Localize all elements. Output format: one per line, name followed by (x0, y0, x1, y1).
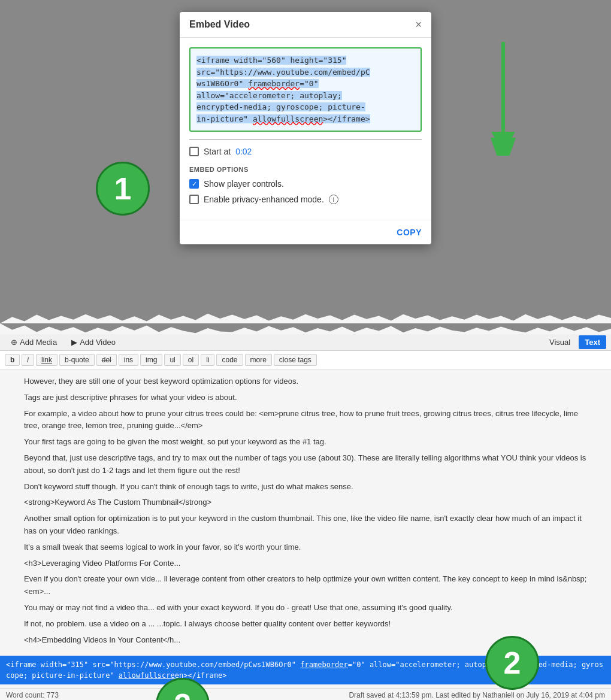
torn-edge-top (0, 313, 611, 323)
copy-button[interactable]: COPY (397, 228, 422, 237)
show-player-controls-checkbox[interactable] (189, 179, 199, 189)
content-line-3: For example, a video about how to prune … (24, 408, 587, 433)
content-line-7: <strong>Keyword As The Custom Thumbnail<… (24, 496, 587, 509)
option2-label: Enable privacy-enhanced mode. (204, 195, 324, 204)
info-icon[interactable]: i (329, 195, 338, 204)
content-line-8: Another small option for optimization is… (24, 513, 587, 538)
close-button[interactable]: × (415, 19, 422, 30)
add-media-icon: ⊕ (11, 338, 17, 347)
step-circle-2: 2 (485, 636, 539, 690)
draft-status: Draft saved at 4:13:59 pm. Last edited b… (349, 691, 605, 699)
word-count: Word count: 773 (6, 691, 59, 699)
tab-text[interactable]: Text (579, 335, 606, 349)
start-at-label: Start at (204, 147, 231, 156)
toolbar-close-tags[interactable]: close tags (274, 354, 317, 366)
status-bar: Word count: 773 Draft saved at 4:13:59 p… (0, 688, 611, 700)
toolbar-del[interactable]: del (96, 354, 117, 366)
content-line-11: Even if you don't create your own vide..… (24, 573, 587, 598)
toolbar-blockquote[interactable]: b-quote (59, 354, 95, 366)
toolbar-ul[interactable]: ul (164, 354, 180, 366)
toolbar-li[interactable]: li (201, 354, 214, 366)
privacy-enhanced-checkbox[interactable] (189, 195, 199, 204)
content-line-2: Tags are just descriptive phrases for wh… (24, 392, 587, 404)
toolbar-italic[interactable]: i (22, 354, 34, 366)
content-line-13: If not, no problem. use a video on a ...… (24, 618, 587, 631)
embed-options-label: EMBED OPTIONS (189, 166, 422, 173)
content-line-1: However, they are still one of your best… (24, 375, 587, 388)
embed-video-dialog: Embed Video × <iframe width="560" height… (180, 12, 431, 244)
toolbar-img[interactable]: img (140, 354, 162, 366)
toolbar-ol[interactable]: ol (183, 354, 199, 366)
top-section: 1 Embed Video × <iframe width="560" heig… (0, 0, 611, 323)
add-video-icon: ▶ (71, 338, 77, 347)
embed-code-box[interactable]: <iframe width="560" height="315" src="ht… (189, 47, 422, 132)
content-line-4: Your first tags are going to be given th… (24, 436, 587, 449)
option1-label: Show player controls. (204, 179, 284, 189)
content-line-9: It's a small tweak that seems logical to… (24, 541, 587, 554)
modal-footer: COPY (180, 220, 431, 244)
start-at-row: Start at 0:02 (189, 147, 422, 156)
option1-row: Show player controls. (189, 179, 422, 189)
toolbar-ins[interactable]: ins (119, 354, 138, 366)
green-arrow (485, 36, 521, 156)
toolbar-code[interactable]: code (216, 354, 243, 366)
svg-marker-2 (491, 132, 515, 153)
content-line-6: Don't keyword stuff though. If you can't… (24, 481, 587, 493)
add-media-button[interactable]: ⊕ Add Media (5, 334, 63, 350)
start-at-checkbox[interactable] (189, 147, 199, 156)
option2-row: Enable privacy-enhanced mode. i (189, 195, 422, 204)
toolbar-bold[interactable]: b (5, 354, 20, 366)
modal-title: Embed Video (189, 19, 250, 30)
content-line-12: You may or may not find a video tha... e… (24, 602, 587, 614)
modal-body: <iframe width="560" height="315" src="ht… (180, 38, 431, 220)
frameborder-attr: frameborder (300, 660, 347, 669)
editor-toolbar: b i link b-quote del ins img ul ol li co… (0, 351, 611, 369)
tab-visual[interactable]: Visual (543, 334, 576, 350)
toolbar-more[interactable]: more (245, 354, 272, 366)
add-video-button[interactable]: ▶ Add Video (65, 334, 122, 350)
editor-tab-bar: ⊕ Add Media ▶ Add Video Visual Text (0, 334, 611, 351)
start-at-time: 0:02 (235, 147, 252, 156)
content-line-5: Beyond that, just use descriptive tags, … (24, 452, 587, 477)
toolbar-link[interactable]: link (36, 354, 58, 366)
editor-content[interactable]: However, they are still one of your best… (0, 369, 611, 656)
modal-header: Embed Video × (180, 12, 431, 38)
step-circle-1: 1 (96, 162, 150, 216)
bottom-section: ⊕ Add Media ▶ Add Video Visual Text b i … (0, 323, 611, 700)
content-line-10: <h3>Leveraging Video Platforms For Conte… (24, 557, 587, 570)
allowfullscreen-attr: allowfullscreen (119, 671, 183, 680)
divider (189, 139, 422, 140)
